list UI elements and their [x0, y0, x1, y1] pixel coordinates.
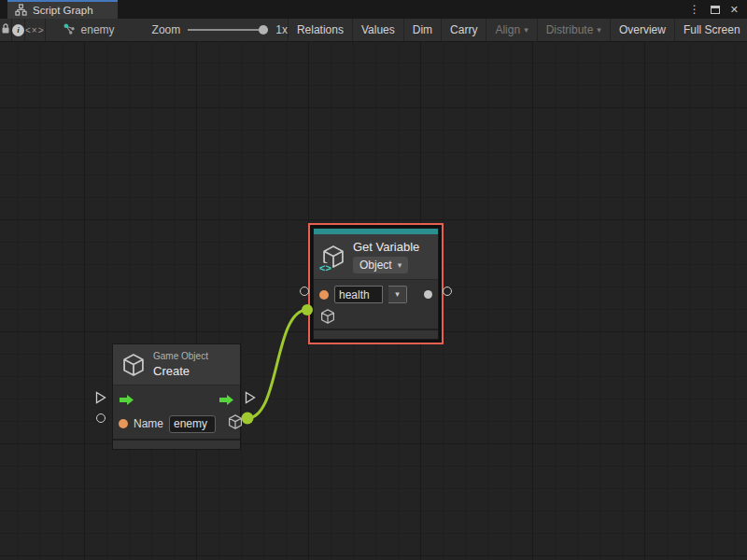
game-object-cube-icon: <> [320, 244, 346, 270]
align-button: Align ▾ [486, 19, 536, 41]
variable-name-port[interactable] [319, 290, 329, 300]
window-maximize-icon[interactable] [711, 6, 720, 14]
tab-script-graph[interactable]: Script Graph [7, 0, 118, 19]
create-name-connector[interactable] [96, 413, 106, 423]
window-close-icon[interactable]: ✕ [730, 5, 739, 15]
graph-name-label: enemy [81, 23, 115, 36]
zoom-slider-handle[interactable] [259, 25, 268, 35]
chevron-down-icon: ▾ [524, 26, 529, 35]
zoom-value: 1x [275, 23, 288, 36]
graph-canvas[interactable]: <> Get Variable Object ▾ ▾ [0, 42, 747, 560]
dim-button[interactable]: Dim [403, 19, 441, 41]
object-input-cube-icon[interactable] [319, 312, 336, 328]
inspector-button[interactable]: i [12, 19, 25, 41]
window-menu-icon[interactable]: ⋮ [689, 4, 700, 15]
node-type-label: Game Object [153, 351, 208, 361]
overview-button[interactable]: Overview [610, 19, 674, 41]
window-titlebar: Script Graph ⋮ ✕ [0, 0, 747, 19]
flow-output-arrow-icon[interactable] [218, 393, 234, 410]
name-input-port[interactable] [119, 419, 128, 428]
node-get-variable[interactable]: <> Get Variable Object ▾ ▾ [308, 223, 444, 344]
create-flow-input-connector[interactable] [95, 391, 106, 404]
name-label: Name [134, 417, 163, 430]
info-icon: i [12, 24, 24, 36]
game-object-output-cube-icon[interactable] [227, 413, 244, 434]
values-button[interactable]: Values [352, 19, 403, 41]
create-flow-output-connector[interactable] [245, 391, 256, 404]
graph-breadcrumb[interactable]: enemy [46, 19, 128, 41]
value-output-port[interactable] [424, 290, 432, 299]
name-input[interactable] [169, 415, 216, 433]
node-footer [113, 439, 240, 449]
lock-button[interactable] [0, 19, 12, 41]
edit-code-button[interactable]: <×> [25, 19, 46, 41]
chevron-down-icon: ▾ [597, 26, 601, 35]
node-create-game-object[interactable]: Game Object Create Name [112, 343, 241, 450]
node-footer [314, 329, 438, 339]
zoom-slider[interactable] [188, 24, 268, 35]
game-object-cube-icon [120, 352, 147, 378]
graph-toolbar: i <×> enemy Zoom 1x Relations Values Dim… [0, 19, 747, 42]
variable-name-input[interactable] [334, 286, 383, 303]
node-title: Get Variable [353, 240, 419, 254]
graph-hierarchy-icon [15, 4, 27, 18]
flow-input-arrow-icon[interactable] [119, 393, 134, 410]
lock-icon [0, 22, 11, 37]
get-variable-name-connector[interactable] [300, 287, 309, 296]
connection-wire[interactable] [247, 310, 307, 418]
chevron-down-icon: ▾ [395, 290, 400, 299]
node-title: Create [153, 364, 208, 378]
distribute-button: Distribute ▾ [537, 19, 610, 41]
variable-picker-dropdown[interactable]: ▾ [388, 286, 407, 303]
carry-button[interactable]: Carry [441, 19, 486, 41]
get-variable-output-connector[interactable] [443, 287, 452, 296]
chevron-down-icon: ▾ [398, 261, 402, 270]
zoom-slider-track[interactable] [188, 29, 268, 31]
graph-node-icon [63, 22, 76, 38]
code-icon: <×> [25, 25, 45, 35]
variable-scope-dropdown[interactable]: Object ▾ [353, 257, 408, 273]
relations-button[interactable]: Relations [288, 19, 352, 41]
tab-title: Script Graph [33, 5, 93, 16]
code-brackets-icon: <> [318, 263, 332, 273]
zoom-label: Zoom [152, 23, 181, 36]
full-screen-button[interactable]: Full Screen [674, 19, 747, 41]
